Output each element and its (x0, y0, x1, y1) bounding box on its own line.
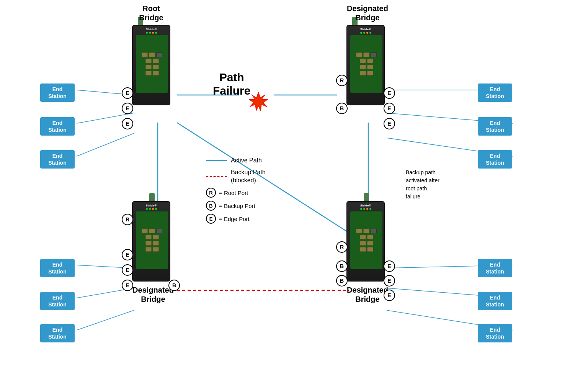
desig-bridge-tr-switch: Stride® (346, 25, 385, 105)
desig-bridge-br-brand: Stride® (347, 202, 384, 207)
root-bridge-switch: Stride® (132, 25, 170, 105)
desig-bridge-bl-connector (149, 193, 155, 201)
port-label-B-tr: B (336, 103, 348, 114)
end-station-tr2: EndStation (478, 117, 512, 136)
port-label-R-br: R (336, 241, 348, 253)
end-station-tl1: EndStation (40, 83, 75, 102)
path-failure-starburst (244, 90, 273, 115)
end-station-br2: EndStation (478, 292, 512, 310)
desig-bridge-tr-label: DesignatedBridge (337, 4, 398, 22)
port-label-E9: E (122, 280, 133, 291)
end-station-br1: EndStation (478, 259, 512, 277)
desig-bridge-br-switch: Stride® (346, 201, 385, 282)
port-label-E6: E (384, 118, 395, 129)
port-label-E1: E (122, 87, 133, 99)
port-label-E8: E (122, 264, 133, 276)
port-label-E7: E (122, 249, 133, 260)
legend-backup-path-label: Backup Path(blocked) (231, 169, 266, 185)
port-label-E3: E (122, 118, 133, 129)
desig-bridge-tr-brand: Stride® (347, 26, 384, 31)
port-legend: R = Root Port B = Backup Port E = Edge P… (206, 188, 255, 224)
port-label-B-bl: B (168, 280, 180, 291)
backup-path-activated-text: Backup pathactivated afterroot pathfailu… (406, 169, 439, 201)
root-bridge-label: RootBridge (126, 4, 176, 22)
port-label-B-br3: B (336, 275, 348, 287)
diagram-container: Stride® (0, 0, 588, 370)
svg-line-3 (177, 123, 368, 245)
legend-edge-port: = Edge Port (219, 216, 250, 222)
port-label-E5: E (384, 103, 395, 114)
port-label-E11: E (384, 275, 395, 287)
svg-line-14 (77, 310, 134, 330)
end-station-tr3: EndStation (478, 150, 512, 169)
port-label-B-br2: B (336, 260, 348, 272)
legend-root-port: = Root Port (219, 190, 248, 196)
end-station-bl1: EndStation (40, 259, 75, 277)
port-label-E10: E (384, 260, 395, 272)
end-station-tr1: EndStation (478, 83, 512, 102)
end-station-tl2: EndStation (40, 117, 75, 136)
legend-backup-port: = Backup Port (219, 203, 255, 209)
port-label-R-bl: R (122, 214, 133, 225)
end-station-bl3: EndStation (40, 324, 75, 342)
port-label-E4: E (384, 87, 395, 99)
port-label-R-tr: R (336, 75, 348, 86)
connection-lines (0, 0, 588, 370)
legend-active-path-label: Active Path (231, 157, 262, 164)
end-station-br3: EndStation (478, 324, 512, 342)
desig-bridge-bl-brand: Stride® (133, 202, 170, 207)
svg-marker-19 (250, 94, 267, 110)
port-label-E12: E (384, 290, 395, 301)
port-label-E2: E (122, 103, 133, 114)
end-station-tl3: EndStation (40, 150, 75, 169)
legend-container: Active Path Backup Path(blocked) (206, 157, 266, 185)
root-bridge-brand: Stride® (133, 26, 170, 31)
desig-bridge-br-connector (364, 193, 369, 201)
svg-line-8 (77, 133, 134, 156)
end-station-bl2: EndStation (40, 292, 75, 310)
desig-bridge-bl-switch: Stride® (132, 201, 170, 282)
